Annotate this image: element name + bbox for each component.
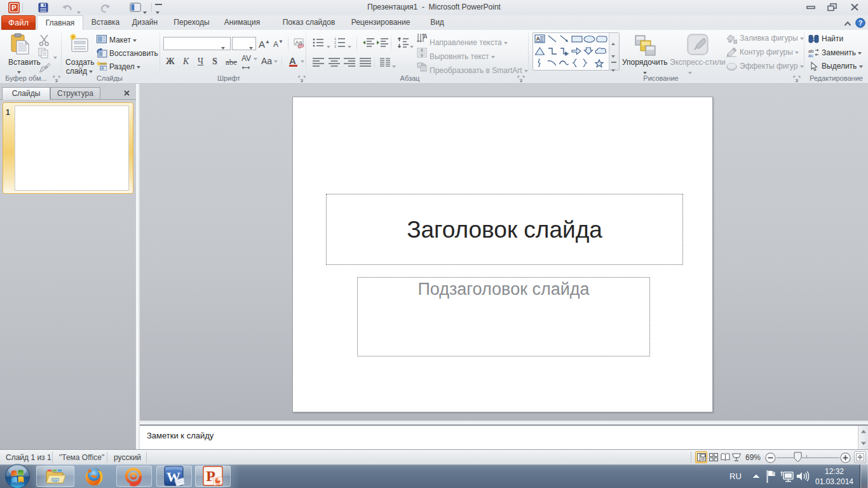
svg-text:ac: ac xyxy=(808,53,813,57)
svg-text:A: A xyxy=(423,34,427,40)
svg-text:P: P xyxy=(11,4,16,11)
svg-text:?: ? xyxy=(858,19,863,27)
svg-text:A: A xyxy=(536,36,541,42)
svg-text:3: 3 xyxy=(334,44,336,48)
svg-text:Аа: Аа xyxy=(295,39,302,46)
